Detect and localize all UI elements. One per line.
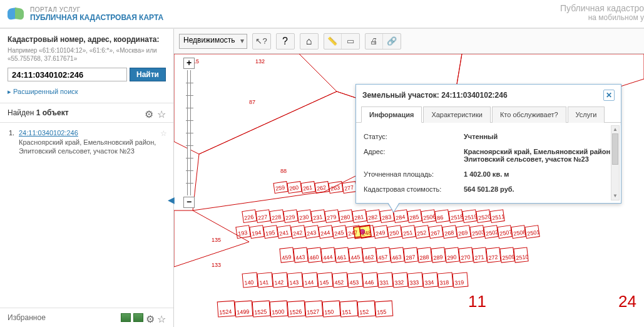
search-input[interactable] (8, 68, 127, 81)
zoom-out-button[interactable]: − (183, 197, 195, 208)
svg-text:242: 242 (293, 229, 303, 237)
favorites-star-icon[interactable]: ☆ (157, 313, 166, 322)
svg-text:262: 262 (317, 184, 327, 192)
result-description: Красноярский край, Емельяновский район, … (19, 138, 166, 156)
results-count: Найден 1 объект (8, 108, 69, 117)
help-icon[interactable]: ? (276, 33, 295, 49)
svg-text:2507: 2507 (499, 229, 513, 237)
svg-text:2508: 2508 (513, 229, 526, 237)
popup-scrollbar[interactable]: ▲ ▼ (611, 125, 620, 200)
svg-text:151: 151 (342, 309, 352, 316)
svg-text:463: 463 (392, 254, 402, 261)
export-excel-icon[interactable] (121, 313, 131, 322)
search-label: Кадастровый номер, адрес, координата: (8, 35, 166, 44)
svg-text:252: 252 (417, 229, 427, 237)
results-star-icon[interactable]: ☆ (157, 108, 166, 117)
svg-text:280: 280 (340, 214, 350, 221)
svg-text:283: 283 (382, 214, 392, 221)
svg-text:2501: 2501 (527, 229, 540, 237)
popup-close-button[interactable]: ✕ (603, 90, 615, 101)
logo (6, 4, 25, 23)
svg-text:231: 231 (313, 214, 323, 221)
svg-text:462: 462 (364, 254, 374, 261)
svg-text:461: 461 (337, 254, 347, 261)
svg-text:244: 244 (320, 229, 330, 237)
svg-text:135: 135 (212, 237, 221, 243)
map-canvas[interactable]: 15 132 87 88 135 133 2592602612622632772… (174, 54, 644, 327)
svg-text:445: 445 (350, 254, 360, 261)
svg-text:285: 285 (409, 214, 419, 221)
svg-text:318: 318 (439, 279, 449, 286)
svg-text:2502: 2502 (486, 229, 499, 237)
svg-text:2519: 2519 (464, 213, 478, 221)
measure-line-icon[interactable]: 📏 (324, 34, 342, 49)
app-title: ПУБЛИЧНАЯ КАДАСТРОВАЯ КАРТА (30, 13, 163, 22)
svg-text:460: 460 (309, 254, 319, 261)
svg-text:145: 145 (319, 279, 329, 286)
svg-text:86: 86 (437, 214, 444, 221)
svg-text:247: 247 (348, 229, 358, 237)
svg-text:281: 281 (354, 214, 364, 221)
svg-text:2503: 2503 (472, 229, 485, 237)
svg-text:457: 457 (378, 254, 388, 261)
svg-text:141: 141 (259, 279, 269, 286)
tab-characteristics[interactable]: Характеристики (423, 106, 491, 123)
tab-who-serves[interactable]: Кто обслуживает? (492, 106, 566, 123)
svg-text:245: 245 (334, 229, 344, 237)
layer-select[interactable]: Недвижимость (179, 34, 247, 49)
print-icon[interactable]: 🖨 (365, 34, 383, 49)
zoom-slider[interactable] (187, 70, 191, 195)
svg-text:143: 143 (289, 279, 299, 286)
svg-text:333: 333 (409, 279, 419, 286)
header-promo: Публичная кадастро на мобильном у (560, 3, 644, 22)
home-icon[interactable]: ⌂ (300, 33, 319, 49)
pointer-tool-icon[interactable]: ↖? (253, 34, 270, 49)
svg-text:319: 319 (454, 279, 464, 286)
svg-text:194: 194 (252, 229, 262, 237)
svg-text:1526: 1526 (289, 308, 302, 315)
favorite-star-icon[interactable]: ☆ (160, 129, 167, 138)
svg-text:228: 228 (272, 214, 282, 221)
sidebar: Кадастровый номер, адрес, координата: На… (0, 29, 174, 327)
favorites-settings-icon[interactable]: ⚙ (146, 313, 155, 322)
export-excel-icon-2[interactable] (133, 313, 143, 322)
measure-area-icon[interactable]: ▭ (342, 34, 359, 49)
svg-text:284: 284 (396, 214, 406, 221)
result-link[interactable]: 24:11:0340102:246 (19, 129, 78, 137)
svg-text:334: 334 (424, 279, 434, 286)
svg-text:2509: 2509 (502, 254, 515, 261)
zoom-in-button[interactable]: + (183, 58, 195, 69)
svg-text:259: 259 (275, 184, 285, 192)
svg-text:277: 277 (344, 184, 354, 192)
link-icon[interactable]: 🔗 (383, 34, 401, 49)
svg-text:2520: 2520 (478, 213, 491, 221)
svg-text:446: 446 (364, 279, 374, 286)
svg-text:452: 452 (334, 279, 344, 286)
svg-text:268: 268 (444, 229, 454, 237)
app-header: ПОРТАЛ УСЛУГ ПУБЛИЧНАЯ КАДАСТРОВАЯ КАРТА… (0, 0, 644, 29)
map-area: Недвижимость ↖? ? ⌂ 📏 ▭ 🖨 🔗 15 132 87 88… (174, 29, 644, 327)
svg-text:195: 195 (265, 229, 275, 237)
svg-text:287: 287 (406, 254, 416, 261)
popup-title: Земельный участок: 24:11:0340102:246 (362, 91, 508, 100)
advanced-search-link[interactable]: Расширенный поиск (8, 88, 78, 95)
svg-text:1524: 1524 (219, 308, 232, 315)
result-item[interactable]: 1. 24:11:0340102:246 Красноярский край, … (0, 123, 173, 162)
tab-info[interactable]: Информация (361, 106, 422, 123)
svg-text:459: 459 (282, 254, 292, 261)
results-settings-icon[interactable]: ⚙ (145, 108, 153, 117)
search-button[interactable]: Найти (130, 68, 166, 81)
svg-text:331: 331 (379, 279, 389, 286)
sidebar-collapse-handle[interactable] (168, 194, 175, 209)
svg-text:1499: 1499 (237, 308, 250, 315)
svg-text:288: 288 (419, 254, 429, 261)
block-label-11: 11 (468, 292, 486, 311)
svg-text:152: 152 (359, 309, 369, 316)
svg-text:132: 132 (255, 58, 265, 65)
tab-services[interactable]: Услуги (568, 106, 605, 123)
popup-body: Статус:Учтенный Адрес:Красноярский край,… (356, 123, 621, 203)
svg-text:2506: 2506 (423, 213, 436, 221)
search-block: Кадастровый номер, адрес, координата: На… (0, 29, 173, 103)
svg-text:2511: 2511 (492, 213, 505, 221)
svg-text:270: 270 (461, 254, 471, 261)
